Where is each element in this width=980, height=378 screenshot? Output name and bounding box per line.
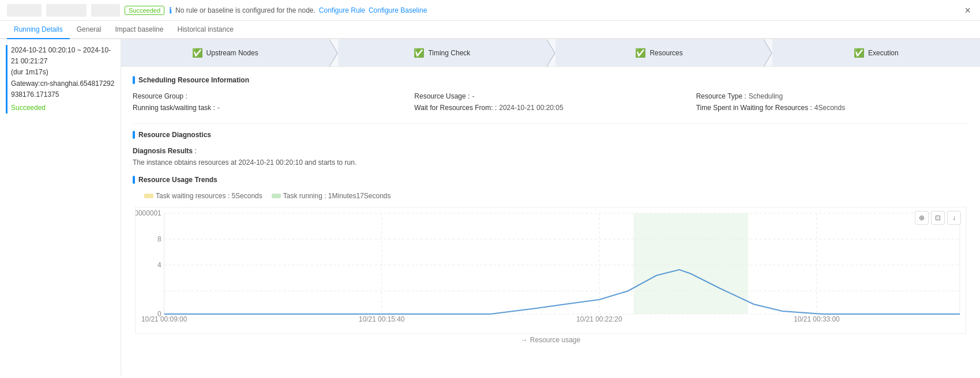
instance-gateway: Gateway:cn-shanghai.654817292938176.1713… xyxy=(11,78,115,100)
legend-running: Task running : 1Minutes17Seconds xyxy=(272,192,391,200)
resource-type-col: Resource Type : Scheduling Time Spent in… xyxy=(696,92,968,112)
chart-tool-crosshair[interactable]: ⊕ xyxy=(915,211,929,225)
trends-title: Resource Usage Trends xyxy=(133,176,968,184)
wait-resources-label: Wait for Resources From: : xyxy=(414,104,497,112)
diagnostics-label: Resource Diagnostics xyxy=(138,131,211,139)
tab-historical-instance[interactable]: Historical instance xyxy=(170,21,240,39)
legend-waiting-color xyxy=(144,194,153,198)
legend-waiting-label: Task waiting resources : 5Seconds xyxy=(156,192,262,200)
pipeline-label-resources: Resources xyxy=(649,49,682,57)
resource-usage-label: Resource Usage : xyxy=(414,92,470,100)
pipeline-step-timing[interactable]: ✅ Timing Check xyxy=(338,39,546,66)
svg-rect-10 xyxy=(633,213,748,314)
wait-resources-value: 2024-10-21 00:20:05 xyxy=(499,104,563,112)
time-spent-label: Time Spent in Waiting for Resources : xyxy=(696,104,812,112)
chart-footer: → Resource usage xyxy=(133,336,968,344)
svg-text:1000000001: 1000000001 xyxy=(136,209,162,217)
resource-usage-col: Resource Usage : - Wait for Resources Fr… xyxy=(414,92,686,112)
content-area: Scheduling Resource Information Resource… xyxy=(121,67,980,353)
diagnosis-description: The instance obtains resources at 2024-1… xyxy=(133,158,968,167)
info-message: No rule or baseline is configured for th… xyxy=(175,6,316,14)
pipeline-label-execution: Execution xyxy=(868,49,899,57)
chart-toolbar: ⊕ ⊡ ↓ xyxy=(915,211,961,225)
trends-bar xyxy=(133,176,135,184)
chart-tool-zoom[interactable]: ⊡ xyxy=(931,211,945,225)
resource-info-title: Scheduling Resource Information xyxy=(133,76,968,84)
resource-usage-value: - xyxy=(472,92,474,100)
check-icon-resources: ✅ xyxy=(635,48,646,58)
diagnosis-results-row: Diagnosis Results : xyxy=(133,147,968,155)
svg-text:8: 8 xyxy=(157,235,162,243)
tabs-bar: Running Details General Impact baseline … xyxy=(0,21,980,39)
pipeline-step-upstream[interactable]: ✅ Upstream Nodes xyxy=(121,39,329,66)
resource-group-label: Resource Group : xyxy=(133,92,187,100)
pipeline-step-execution[interactable]: ✅ Execution xyxy=(772,39,980,66)
main-layout: 2024-10-21 00:20:10 ~ 2024-10-21 00:21:2… xyxy=(0,39,980,376)
svg-text:4: 4 xyxy=(157,261,162,269)
tab-impact-baseline[interactable]: Impact baseline xyxy=(108,21,170,39)
instance-date-range: 2024-10-21 00:20:10 ~ 2024-10-21 00:21:2… xyxy=(11,45,115,67)
resource-type-value: Scheduling xyxy=(749,92,783,100)
time-spent-value: 4Seconds xyxy=(814,104,845,112)
diagnostics-bar xyxy=(133,131,135,139)
check-icon-timing: ✅ xyxy=(414,48,425,58)
diagnosis-colon: : xyxy=(194,147,196,155)
instance-duration: (dur 1m17s) xyxy=(11,67,115,78)
tab-general[interactable]: General xyxy=(70,21,108,39)
info-icon: ℹ xyxy=(169,6,172,15)
status-badge: Succeeded xyxy=(125,6,164,15)
resource-type-label: Resource Type : xyxy=(696,92,746,100)
pipeline-label-timing: Timing Check xyxy=(428,49,470,57)
svg-text:10/21 00:33:00: 10/21 00:33:00 xyxy=(794,315,840,323)
info-bar: ℹ No rule or baseline is configured for … xyxy=(169,6,427,15)
chart-legend: Task waiting resources : 5Seconds Task r… xyxy=(144,192,968,200)
chart-svg: 1000000001 8 4 0 10/21 00:09:00 10/21 00… xyxy=(136,207,966,323)
check-icon-execution: ✅ xyxy=(854,48,865,58)
legend-running-label: Task running : 1Minutes17Seconds xyxy=(283,192,391,200)
legend-running-color xyxy=(272,194,281,198)
chart-footer-label: Resource usage xyxy=(530,336,580,344)
tab-running-details[interactable]: Running Details xyxy=(7,21,70,39)
pipeline: ✅ Upstream Nodes ✅ Timing Check ✅ Resour… xyxy=(121,39,980,67)
running-task-label: Running task/waiting task : xyxy=(133,104,215,112)
chart-tool-download[interactable]: ↓ xyxy=(947,211,961,225)
right-content: ✅ Upstream Nodes ✅ Timing Check ✅ Resour… xyxy=(121,39,980,376)
close-button[interactable]: × xyxy=(964,4,971,16)
top-bar: Succeeded ℹ No rule or baseline is confi… xyxy=(0,0,980,21)
diagnosis-results-label: Diagnosis Results xyxy=(133,147,193,155)
resource-info-grid: Resource Group : Running task/waiting ta… xyxy=(133,92,968,112)
instance-item[interactable]: 2024-10-21 00:20:10 ~ 2024-10-21 00:21:2… xyxy=(6,45,115,114)
configure-rule-link[interactable]: Configure Rule xyxy=(319,6,365,14)
diagnostics-title: Resource Diagnostics xyxy=(133,131,968,139)
resource-info-label: Scheduling Resource Information xyxy=(138,76,249,84)
section-bar xyxy=(133,76,135,84)
svg-text:10/21 00:09:00: 10/21 00:09:00 xyxy=(141,315,187,323)
check-icon-upstream: ✅ xyxy=(192,48,203,58)
pipeline-step-resources[interactable]: ✅ Resources xyxy=(555,39,763,66)
pipeline-label-upstream: Upstream Nodes xyxy=(206,49,258,57)
running-task-value: - xyxy=(217,104,220,112)
chart-section: Resource Usage Trends Task waiting resou… xyxy=(133,176,968,344)
left-sidebar: 2024-10-21 00:20:10 ~ 2024-10-21 00:21:2… xyxy=(0,39,121,376)
legend-waiting: Task waiting resources : 5Seconds xyxy=(144,192,262,200)
instance-status: Succeeded xyxy=(11,103,115,114)
configure-baseline-link[interactable]: Configure Baseline xyxy=(369,6,427,14)
chart-arrow: → xyxy=(521,336,528,344)
svg-text:10/21 00:22:20: 10/21 00:22:20 xyxy=(576,315,622,323)
resource-group-row: Resource Group : Running task/waiting ta… xyxy=(133,92,405,112)
trends-label: Resource Usage Trends xyxy=(138,176,217,184)
svg-text:10/21 00:15:40: 10/21 00:15:40 xyxy=(359,315,405,323)
chart-container: ⊕ ⊡ ↓ xyxy=(135,207,966,334)
